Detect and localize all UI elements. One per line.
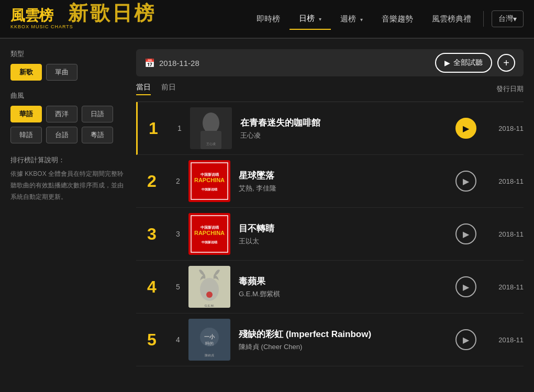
nav-item-instant[interactable]: 即時榜 xyxy=(247,9,290,29)
cover-art-1: 王心凌 xyxy=(190,107,232,149)
table-row: 3 3 中国新说唱 RAPCHINA 中国新说唱 目不轉睛 xyxy=(136,208,524,261)
song-cover-5: 一小 時的 陳綺貞 xyxy=(188,319,230,361)
table-row: 1 1 王心凌 在青春迷失的咖啡館 王心凌 xyxy=(136,102,524,155)
song-date-3: 2018-11 xyxy=(482,230,524,238)
sidebar: 類型 新歌 單曲 曲風 華語 西洋 日語 韓語 台語 粵語 排行榜計算說明： 依… xyxy=(10,49,126,366)
song-cover-3: 中国新说唱 RAPCHINA 中国新说唱 xyxy=(188,213,230,255)
play-button-1[interactable]: ▶ xyxy=(455,118,476,139)
song-title-3: 目不轉睛 xyxy=(239,222,455,234)
song-info-3: 目不轉睛 王以太 xyxy=(239,222,455,246)
add-to-playlist-button[interactable]: + xyxy=(497,54,515,72)
region-arrow-icon: ▾ xyxy=(513,15,517,23)
genre-western-button[interactable]: 西洋 xyxy=(46,106,77,122)
svg-point-16 xyxy=(206,292,213,298)
svg-text:中国新说唱: 中国新说唱 xyxy=(202,187,217,191)
note-title: 排行榜計算說明： xyxy=(10,154,126,166)
cover-art-5: 一小 時的 陳綺貞 xyxy=(188,319,230,361)
play-all-icon: ▶ xyxy=(444,59,450,67)
song-artist-5: 陳綺貞 (Cheer Chen) xyxy=(239,342,455,352)
cover-art-4: G.E.M. xyxy=(188,266,230,308)
nav-item-daily[interactable]: 日榜 ▾ xyxy=(290,8,331,30)
date-bar: 📅 ▶ 全部試聽 + xyxy=(136,49,524,76)
table-row: 2 2 中国新说唱 RAPCHINA 中国新说唱 星球墜落 xyxy=(136,155,524,208)
nav-item-trend[interactable]: 音樂趨勢 xyxy=(372,9,422,29)
play-button-4[interactable]: ▶ xyxy=(455,276,476,297)
rank-current-1: 1 xyxy=(138,119,169,138)
play-icon-3: ▶ xyxy=(463,229,469,239)
genre-mandarin-button[interactable]: 華語 xyxy=(10,106,42,122)
genre-japanese-button[interactable]: 日語 xyxy=(82,106,113,122)
nav-item-weekly[interactable]: 週榜 ▾ xyxy=(331,9,372,29)
type-filter-group: 新歌 單曲 xyxy=(10,64,126,81)
svg-rect-2 xyxy=(201,131,221,149)
rank-prev-5: 4 xyxy=(168,335,188,344)
cover-art-3: 中国新说唱 RAPCHINA 中国新说唱 xyxy=(188,213,230,255)
song-list: 1 1 王心凌 在青春迷失的咖啡館 王心凌 xyxy=(136,102,524,366)
type-label: 類型 xyxy=(10,49,126,59)
rank-prev-1: 1 xyxy=(169,124,190,132)
rank-prev-2: 2 xyxy=(168,177,188,185)
tab-yesterday[interactable]: 前日 xyxy=(161,83,176,95)
svg-text:中国新说唱: 中国新说唱 xyxy=(201,172,219,176)
logo-text: 風雲榜 xyxy=(10,8,53,23)
song-title-4: 毒蘋果 xyxy=(239,275,455,287)
chart-area: 📅 ▶ 全部試聽 + 當日 前日 發行日期 1 xyxy=(136,49,524,366)
page-title: 新歌日榜 xyxy=(68,0,156,27)
logo-area: 風雲榜 KKBOX MUSIC CHARTS xyxy=(10,8,73,29)
genre-korean-button[interactable]: 韓語 xyxy=(10,127,42,143)
song-info-2: 星球墜落 艾熱, 李佳隆 xyxy=(239,170,455,193)
rank-current-5: 5 xyxy=(136,330,168,350)
play-button-5[interactable]: ▶ xyxy=(455,329,476,350)
genre-cantonese-button[interactable]: 粵語 xyxy=(82,127,113,143)
play-button-2[interactable]: ▶ xyxy=(455,171,476,192)
song-cover-4: G.E.M. xyxy=(188,266,230,308)
date-input[interactable] xyxy=(159,59,259,68)
song-title-1: 在青春迷失的咖啡館 xyxy=(240,117,455,129)
weekly-arrow-icon: ▾ xyxy=(360,17,363,23)
action-buttons: ▶ 全部試聽 + xyxy=(435,53,515,73)
header: 風雲榜 KKBOX MUSIC CHARTS 新歌日榜 即時榜 日榜 ▾ 週榜 … xyxy=(0,0,534,39)
svg-text:G.E.M.: G.E.M. xyxy=(205,304,215,307)
region-selector[interactable]: 台灣 ▾ xyxy=(492,10,524,27)
table-row: 4 5 G.E.M. xyxy=(136,261,524,313)
song-artist-4: G.E.M.鄧紫棋 xyxy=(239,289,455,299)
svg-text:RAPCHINA: RAPCHINA xyxy=(194,230,225,236)
svg-text:一小: 一小 xyxy=(204,334,215,340)
song-date-1: 2018-11 xyxy=(482,125,524,132)
daily-arrow-icon: ▾ xyxy=(319,16,321,22)
svg-text:陳綺貞: 陳綺貞 xyxy=(205,354,214,357)
play-button-3[interactable]: ▶ xyxy=(455,223,476,244)
tab-today[interactable]: 當日 xyxy=(136,83,151,95)
main-content: 類型 新歌 單曲 曲風 華語 西洋 日語 韓語 台語 粵語 排行榜計算說明： 依… xyxy=(0,39,534,377)
chart-tabs: 當日 前日 xyxy=(136,83,176,95)
play-all-button[interactable]: ▶ 全部試聽 xyxy=(435,53,492,73)
song-title-5: 殘缺的彩虹 (Imperfect Rainbow) xyxy=(239,328,455,340)
rank-prev-4: 5 xyxy=(168,283,188,291)
svg-text:中国新说唱: 中国新说唱 xyxy=(202,240,217,244)
song-artist-1: 王心凌 xyxy=(240,131,455,140)
type-new-song-button[interactable]: 新歌 xyxy=(10,64,42,81)
date-input-wrap: 📅 xyxy=(144,58,259,68)
type-single-button[interactable]: 單曲 xyxy=(46,64,77,81)
release-date-column-header: 發行日期 xyxy=(496,84,524,94)
table-row: 5 4 一小 時的 陳綺貞 殘缺的彩虹 (Imperfect Rain xyxy=(136,313,524,366)
play-icon-1: ▶ xyxy=(463,124,469,133)
song-date-4: 2018-11 xyxy=(482,283,524,291)
main-nav: 即時榜 日榜 ▾ 週榜 ▾ 音樂趨勢 風雲榜典禮 台灣 ▾ xyxy=(247,8,524,30)
nav-item-awards[interactable]: 風雲榜典禮 xyxy=(422,9,481,29)
svg-text:RAPCHINA: RAPCHINA xyxy=(194,177,225,183)
note-text: 依據 KKBOX 全體會員在特定期間完整聆聽歌曲的有效點播總次數排序而成，並由系… xyxy=(10,169,126,203)
song-info-4: 毒蘋果 G.E.M.鄧紫棋 xyxy=(239,275,455,299)
rank-current-2: 2 xyxy=(136,172,168,191)
rank-current-3: 3 xyxy=(136,225,168,244)
song-date-2: 2018-11 xyxy=(482,177,524,185)
song-cover-2: 中国新说唱 RAPCHINA 中国新说唱 xyxy=(188,160,230,202)
play-icon-4: ▶ xyxy=(463,282,469,292)
chart-tab-bar: 當日 前日 發行日期 xyxy=(136,76,524,102)
cover-art-2: 中国新说唱 RAPCHINA 中国新说唱 xyxy=(188,160,230,202)
calendar-icon: 📅 xyxy=(144,58,155,68)
play-icon-5: ▶ xyxy=(463,335,469,345)
nav-divider xyxy=(483,11,484,27)
svg-text:王心凌: 王心凌 xyxy=(206,142,216,145)
genre-taiwanese-button[interactable]: 台語 xyxy=(46,127,77,143)
